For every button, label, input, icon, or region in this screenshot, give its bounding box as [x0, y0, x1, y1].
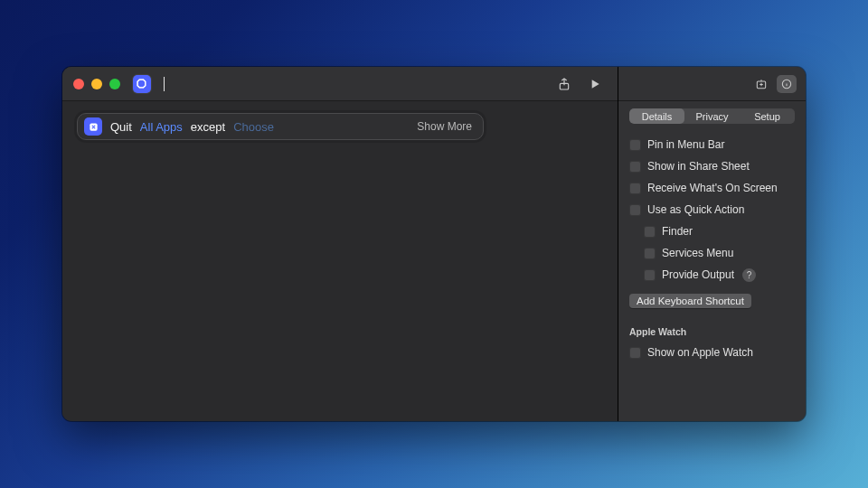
show-more-toggle[interactable]: Show More — [417, 120, 472, 133]
help-icon[interactable]: ? — [742, 268, 756, 282]
row-pin-menu-bar: Pin in Menu Bar — [629, 136, 795, 153]
inspector-titlebar — [618, 67, 806, 101]
action-except-label: except — [191, 120, 225, 134]
label-pin-menu-bar: Pin in Menu Bar — [647, 138, 724, 151]
label-show-apple-watch: Show on Apple Watch — [647, 346, 753, 359]
label-provide-output: Provide Output — [662, 268, 734, 281]
checkbox-finder[interactable] — [644, 226, 656, 238]
checkbox-quick-action[interactable] — [629, 204, 641, 216]
label-share-sheet: Show in Share Sheet — [647, 160, 750, 173]
run-button[interactable] — [583, 73, 607, 95]
action-target-token[interactable]: All Apps — [140, 120, 183, 134]
inspector-pane: Details Privacy Setup Pin in Menu Bar Sh… — [618, 67, 806, 421]
action-verb: Quit — [110, 120, 132, 134]
zoom-button[interactable] — [109, 79, 120, 89]
tab-details[interactable]: Details — [629, 108, 684, 124]
checkbox-share-sheet[interactable] — [629, 161, 641, 173]
label-services-menu: Services Menu — [662, 247, 733, 259]
checkbox-receive-screen[interactable] — [629, 183, 641, 194]
title-cursor[interactable] — [164, 77, 165, 91]
apple-watch-section-label: Apple Watch — [629, 326, 795, 337]
row-receive-screen: Receive What's On Screen — [629, 180, 795, 196]
row-provide-output: Provide Output ? — [644, 267, 795, 283]
label-finder: Finder — [662, 225, 693, 238]
add-keyboard-shortcut-button[interactable]: Add Keyboard Shortcut — [629, 294, 751, 308]
editor-canvas[interactable]: Quit All Apps except Choose Show More — [62, 101, 618, 421]
window-controls — [73, 79, 120, 89]
row-quick-action: Use as Quick Action — [629, 202, 795, 218]
row-share-sheet: Show in Share Sheet — [629, 158, 795, 174]
action-choose-token[interactable]: Choose — [233, 120, 274, 134]
row-show-apple-watch: Show on Apple Watch — [629, 344, 795, 361]
shortcut-glyph[interactable] — [133, 75, 151, 93]
titlebar — [62, 67, 618, 101]
checkbox-provide-output[interactable] — [644, 269, 656, 281]
library-button[interactable] — [751, 75, 771, 93]
inspector-tabs: Details Privacy Setup — [629, 108, 795, 124]
checkbox-services-menu[interactable] — [644, 248, 656, 259]
row-services-menu: Services Menu — [644, 245, 795, 261]
label-receive-screen: Receive What's On Screen — [647, 182, 778, 194]
info-button[interactable] — [777, 75, 797, 93]
checkbox-pin-menu-bar[interactable] — [629, 139, 641, 151]
tab-setup[interactable]: Setup — [740, 108, 795, 124]
checkbox-show-apple-watch[interactable] — [629, 347, 641, 359]
share-button[interactable] — [552, 73, 576, 95]
minimize-button[interactable] — [91, 79, 102, 89]
inspector-body: Details Privacy Setup Pin in Menu Bar Sh… — [618, 101, 806, 371]
quit-action-card[interactable]: Quit All Apps except Choose Show More — [77, 113, 484, 140]
shortcuts-editor-window: Quit All Apps except Choose Show More De… — [62, 67, 806, 421]
close-button[interactable] — [73, 79, 84, 89]
label-quick-action: Use as Quick Action — [647, 203, 744, 216]
row-finder: Finder — [644, 223, 795, 239]
tab-privacy[interactable]: Privacy — [684, 108, 740, 124]
quit-app-icon — [84, 117, 102, 136]
left-pane: Quit All Apps except Choose Show More — [62, 67, 618, 421]
